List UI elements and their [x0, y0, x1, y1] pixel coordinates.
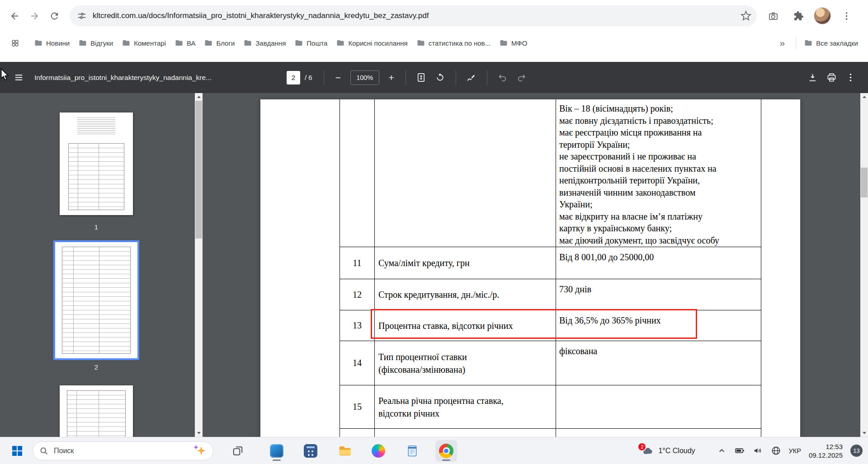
pdf-more-menu-button[interactable]: [841, 68, 860, 87]
bookmark-zavdannia[interactable]: Завдання: [239, 36, 290, 50]
scroll-up-button[interactable]: [195, 93, 203, 101]
back-arrow-icon: [9, 11, 20, 21]
thumbnail-table-sketch: [62, 247, 131, 353]
bookmark-va[interactable]: ВА: [170, 36, 200, 50]
scroll-down-button[interactable]: [860, 429, 868, 437]
scrollbar-thumb[interactable]: [195, 101, 202, 239]
forward-button[interactable]: [24, 6, 44, 26]
thumbnail-scrollbar[interactable]: [195, 93, 203, 437]
toolbar-separator: [324, 70, 324, 85]
notification-count-badge[interactable]: 13: [850, 445, 863, 457]
bookmarks-bar: Новини Відгуки Коментарі ВА Блоги Завдан…: [0, 32, 868, 62]
print-button[interactable]: [822, 68, 841, 87]
battery-icon[interactable]: [735, 445, 745, 456]
rotate-button[interactable]: [431, 68, 450, 87]
up-arrow-icon: [197, 96, 201, 98]
language-indicator[interactable]: УКР: [789, 447, 801, 455]
download-button[interactable]: [803, 68, 822, 87]
sparkle-icon: [193, 445, 198, 450]
all-bookmarks-label: Все закладки: [816, 39, 858, 47]
bookmark-novyny[interactable]: Новини: [30, 36, 74, 50]
row-number-cell: 12: [340, 279, 375, 310]
bookmark-statystyka[interactable]: статистика по нов...: [412, 36, 495, 50]
bookmark-poshta[interactable]: Пошта: [290, 36, 332, 50]
windows-logo-icon: [12, 446, 22, 456]
row-value-cell: Вік – 18 (вісімнадцять) років; має повну…: [556, 99, 761, 247]
row-label-cell: [375, 99, 556, 247]
running-indicator: [442, 459, 450, 461]
bookmark-korysni-posylannia[interactable]: Корисні посилання: [332, 36, 412, 50]
thumbnail-label-1: 1: [60, 223, 133, 231]
taskbar-search[interactable]: Поиск: [33, 441, 213, 460]
network-globe-icon[interactable]: [771, 445, 781, 456]
url-input[interactable]: [93, 11, 741, 20]
taskbar-app-copilot[interactable]: [368, 440, 389, 462]
thumbnail-text-block: [77, 117, 115, 134]
bookmark-star-icon[interactable]: [741, 10, 751, 21]
start-button[interactable]: [6, 440, 28, 462]
camera-capture-button[interactable]: [763, 6, 783, 26]
row-number-cell: 11: [340, 247, 375, 279]
annotate-button[interactable]: [462, 68, 481, 87]
browser-menu-button[interactable]: [836, 6, 856, 26]
bookmark-mfo[interactable]: МФО: [495, 36, 532, 50]
zoom-in-button[interactable]: +: [383, 70, 400, 86]
taskbar-app-chrome-active[interactable]: [435, 440, 457, 462]
thumbnail-page-3[interactable]: [60, 385, 133, 437]
omnibox[interactable]: [70, 5, 757, 26]
zoom-level-box[interactable]: 100%: [350, 70, 379, 85]
more-vert-icon: [841, 11, 852, 21]
bookmark-label: Блоги: [216, 39, 235, 47]
zoom-out-button[interactable]: −: [330, 70, 346, 86]
extensions-button[interactable]: [788, 6, 808, 26]
chrome-icon: [439, 444, 453, 458]
pdf-controls: 2 / 6 − 100% +: [287, 68, 531, 87]
undo-button[interactable]: [493, 68, 512, 87]
bookmark-komentari[interactable]: Коментарі: [118, 36, 170, 50]
search-label: Поиск: [54, 447, 74, 455]
scroll-down-button[interactable]: [195, 429, 203, 437]
hidden-icons-chevron[interactable]: [717, 445, 727, 456]
weather-widget[interactable]: 2 1°C Cloudy: [642, 445, 695, 456]
row-label-cell: Строк кредитування, дн./міс./р.: [375, 279, 556, 310]
thumbnail-page-1[interactable]: [60, 112, 133, 215]
all-bookmarks-button[interactable]: Все закладки: [800, 36, 863, 50]
back-button[interactable]: [5, 6, 24, 26]
reload-button[interactable]: [44, 6, 64, 26]
redo-button[interactable]: [512, 68, 531, 87]
thumbnail-page-2-selected[interactable]: [55, 242, 137, 358]
site-settings-icon[interactable]: [77, 11, 87, 21]
taskbar-app-file-explorer[interactable]: [334, 440, 355, 462]
thumbnail-label-2: 2: [55, 363, 137, 371]
taskbar-app-calculator[interactable]: [300, 440, 321, 462]
folder-icon: [336, 39, 344, 47]
clock-time: 12:53: [809, 442, 843, 451]
row-label-cell: Тип процентної ставки (фіксована/змінюва…: [375, 341, 556, 385]
row-label-cell: Сума/ліміт кредиту, грн: [375, 247, 556, 279]
scroll-up-button[interactable]: [860, 93, 868, 101]
folder-icon: [79, 39, 87, 47]
task-view-button[interactable]: [227, 440, 249, 462]
taskbar-app-notepad[interactable]: [401, 440, 423, 462]
table-row-11: 11 Сума/ліміт кредиту, грн Від 8 001,00 …: [340, 247, 761, 279]
bookmarks-overflow-button[interactable]: »: [773, 37, 793, 48]
scrollbar-thumb[interactable]: [861, 168, 868, 197]
search-highlights-icon[interactable]: [193, 445, 207, 457]
thumbnail-table-sketch: [67, 390, 126, 437]
apps-grid-button[interactable]: [7, 35, 23, 51]
toolbar-separator: [487, 70, 487, 85]
bookmark-blohy[interactable]: Блоги: [200, 36, 239, 50]
redo-icon: [516, 72, 527, 83]
folder-icon: [122, 39, 130, 47]
bookmark-label: Коментарі: [134, 39, 166, 47]
main-scrollbar[interactable]: [860, 93, 868, 437]
fit-to-page-button[interactable]: [412, 68, 431, 87]
volume-icon[interactable]: [753, 445, 763, 456]
profile-avatar[interactable]: [814, 7, 831, 24]
clock-date: 09.12.2025: [809, 451, 843, 459]
page-number-input[interactable]: 2: [287, 71, 300, 84]
bookmark-vidhuky[interactable]: Відгуки: [74, 36, 118, 50]
taskbar-clock[interactable]: 12:53 09.12.2025: [809, 442, 843, 459]
taskbar-app-blue[interactable]: [266, 440, 288, 462]
pdf-sidebar-menu-button[interactable]: [9, 68, 28, 87]
